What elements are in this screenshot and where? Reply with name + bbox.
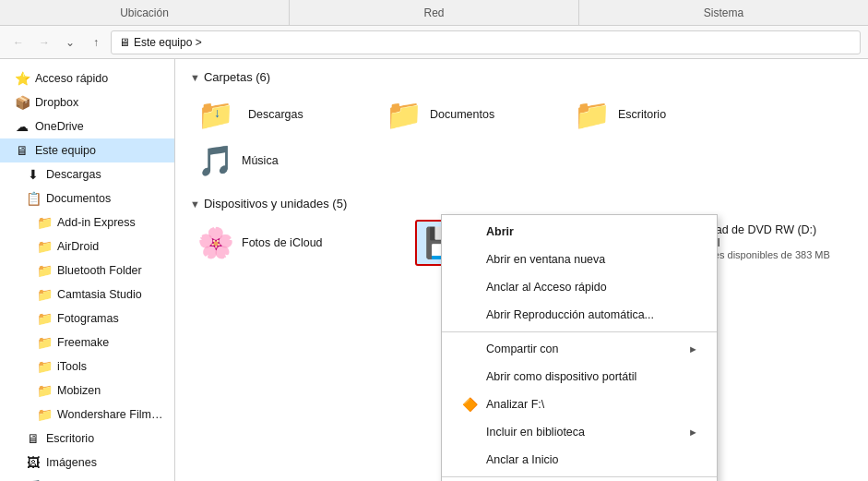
folders-arrow: ▼ [190, 72, 200, 83]
folders-header-label: Carpetas (6) [204, 70, 270, 84]
sidebar-icon-addin-express: 📁 [37, 215, 52, 230]
sidebar-icon-itools: 📁 [37, 359, 52, 374]
ctx-item-anclar-inicio[interactable]: Anclar a Inicio [442, 446, 717, 474]
sidebar-item-onedrive[interactable]: ☁ OneDrive [0, 114, 174, 138]
folder-escritorio-icon: 📁 [574, 97, 611, 132]
recent-button[interactable]: ⌄ [59, 31, 81, 54]
icloud-name: Fotos de iCloud [242, 236, 323, 249]
ctx-label-anclar-inicio: Anclar a Inicio [486, 453, 698, 466]
ctx-item-abrir[interactable]: Abrir [442, 218, 717, 246]
sidebar-item-fotogramas[interactable]: 📁 Fotogramas [0, 307, 174, 331]
sidebar-item-musica[interactable]: 🎵 Música [0, 475, 174, 481]
context-menu-separator [442, 331, 717, 332]
sidebar-label-bluetooth-folder: Bluetooth Folder [57, 264, 142, 277]
ctx-label-anclar-acceso: Anclar al Acceso rápido [486, 281, 698, 294]
sidebar-item-imagenes[interactable]: 🖼 Imágenes [0, 451, 174, 475]
folder-musica-icon: 🎵 [197, 143, 234, 178]
main-container: ⭐ Acceso rápido 📦 Dropbox ☁ OneDrive 🖥 E… [0, 59, 868, 481]
back-button[interactable]: ← [7, 31, 30, 54]
folder-musica[interactable]: 🎵 Música [190, 139, 375, 182]
ctx-label-abrir: Abrir [486, 225, 698, 238]
ctx-label-analizar: Analizar F:\ [486, 398, 698, 411]
sidebar-icon-este-equipo: 🖥 [15, 143, 30, 158]
ctx-item-abrir-reproduccion[interactable]: Abrir Reproducción automática... [442, 301, 717, 329]
sidebar: ⭐ Acceso rápido 📦 Dropbox ☁ OneDrive 🖥 E… [0, 59, 175, 481]
sidebar-icon-wondershare: 📁 [37, 407, 52, 422]
sidebar-label-imagenes: Imágenes [46, 456, 97, 469]
folder-descargas-icon: 📁↓ [197, 97, 241, 132]
ctx-arrow-incluir-biblioteca: ► [688, 427, 698, 438]
sidebar-label-airdroid: AirDroid [57, 240, 99, 253]
ctx-item-analizar[interactable]: 🔶 Analizar F:\ [442, 391, 717, 418]
ctx-item-anclar-acceso[interactable]: Anclar al Acceso rápido [442, 273, 717, 301]
devices-arrow: ▼ [190, 198, 200, 210]
folder-escritorio[interactable]: 📁 Escritorio [566, 93, 751, 136]
folder-documentos-icon: 📁 [386, 97, 422, 132]
sidebar-label-documentos: Documentos [46, 192, 111, 205]
sidebar-label-dropbox: Dropbox [35, 96, 78, 109]
sidebar-item-escritorio[interactable]: 🖥 Escritorio [0, 427, 174, 451]
sidebar-label-acceso-rapido: Acceso rápido [35, 72, 108, 85]
sidebar-label-camtasia-studio: Camtasia Studio [57, 288, 142, 301]
sidebar-icon-bluetooth-folder: 📁 [37, 263, 52, 278]
context-menu-separator [442, 476, 717, 477]
ctx-item-abrir-ventana[interactable]: Abrir en ventana nueva [442, 246, 717, 273]
sidebar-item-este-equipo[interactable]: 🖥 Este equipo [0, 138, 174, 162]
sidebar-item-wondershare[interactable]: 📁 Wondershare Filmora [0, 403, 174, 427]
sidebar-item-dropbox[interactable]: 📦 Dropbox [0, 90, 174, 114]
sidebar-icon-acceso-rapido: ⭐ [15, 71, 30, 86]
devices-header-label: Dispositivos y unidades (5) [204, 197, 347, 210]
device-icloud[interactable]: 🌸 Fotos de iCloud [190, 220, 411, 266]
folders-section-header: ▼ Carpetas (6) [190, 70, 853, 84]
sidebar-label-addin-express: Add-in Express [57, 216, 136, 229]
ctx-icon-anclar-acceso [460, 278, 479, 296]
computer-icon: 🖥 [119, 36, 130, 49]
sidebar-item-freemake[interactable]: 📁 Freemake [0, 331, 174, 355]
sidebar-icon-imagenes: 🖼 [26, 455, 41, 470]
context-menu: Abrir Abrir en ventana nueva Anclar al A… [441, 214, 718, 481]
ctx-item-incluir-biblioteca[interactable]: Incluir en biblioteca ► [442, 418, 717, 446]
sidebar-item-addin-express[interactable]: 📁 Add-in Express [0, 210, 174, 234]
ctx-label-abrir-ventana: Abrir en ventana nueva [486, 253, 698, 266]
sidebar-item-descargas[interactable]: ⬇ Descargas [0, 162, 174, 186]
ctx-icon-abrir-reproduccion [460, 306, 479, 324]
sidebar-icon-fotogramas: 📁 [37, 311, 52, 326]
folder-descargas[interactable]: 📁↓ Descargas [190, 93, 375, 136]
ctx-icon-abrir [460, 222, 479, 241]
sidebar-label-itools: iTools [57, 360, 87, 373]
ctx-label-abrir-reproduccion: Abrir Reproducción automática... [486, 308, 698, 321]
ctx-icon-anclar-inicio [460, 451, 479, 469]
icloud-icon: 🌸 [197, 225, 234, 260]
sidebar-item-itools[interactable]: 📁 iTools [0, 355, 174, 379]
sidebar-label-este-equipo: Este equipo [35, 144, 96, 157]
ctx-icon-abrir-dispositivo [460, 367, 479, 386]
up-button[interactable]: ↑ [85, 31, 107, 54]
ctx-item-compartir[interactable]: Compartir con ► [442, 335, 717, 363]
icloud-info: Fotos de iCloud [242, 236, 323, 249]
address-path[interactable]: 🖥 Este equipo > [111, 30, 861, 54]
address-bar: ← → ⌄ ↑ 🖥 Este equipo > [0, 26, 868, 59]
sidebar-item-bluetooth-folder[interactable]: 📁 Bluetooth Folder [0, 259, 174, 283]
sidebar-icon-camtasia-studio: 📁 [37, 287, 52, 302]
forward-button[interactable]: → [33, 31, 55, 54]
sidebar-label-mobizen: Mobizen [57, 384, 101, 397]
sidebar-item-airdroid[interactable]: 📁 AirDroid [0, 234, 174, 259]
folder-escritorio-label: Escritorio [618, 108, 666, 121]
folder-musica-label: Música [242, 154, 279, 167]
sidebar-item-mobizen[interactable]: 📁 Mobizen [0, 379, 174, 403]
ctx-icon-analizar: 🔶 [460, 395, 479, 414]
sidebar-label-wondershare: Wondershare Filmora [57, 408, 167, 421]
path-label: Este equipo > [134, 36, 202, 49]
devices-section-header: ▼ Dispositivos y unidades (5) [190, 197, 853, 210]
sidebar-item-acceso-rapido[interactable]: ⭐ Acceso rápido [0, 66, 174, 90]
ctx-label-compartir: Compartir con [486, 343, 681, 355]
ctx-label-incluir-biblioteca: Incluir en biblioteca [486, 426, 681, 439]
sidebar-label-descargas: Descargas [46, 168, 101, 181]
top-bar: Ubicación Red Sistema [0, 0, 868, 26]
ctx-item-abrir-dispositivo[interactable]: Abrir como dispositivo portátil [442, 363, 717, 391]
folders-grid: 📁↓ Descargas 📁 Documentos 📁 Escritorio 🎵… [190, 93, 853, 182]
sidebar-item-documentos[interactable]: 📋 Documentos [0, 186, 174, 210]
sidebar-item-camtasia-studio[interactable]: 📁 Camtasia Studio [0, 283, 174, 307]
folder-documentos[interactable]: 📁 Documentos [378, 93, 563, 136]
sidebar-icon-documentos: 📋 [26, 191, 41, 206]
